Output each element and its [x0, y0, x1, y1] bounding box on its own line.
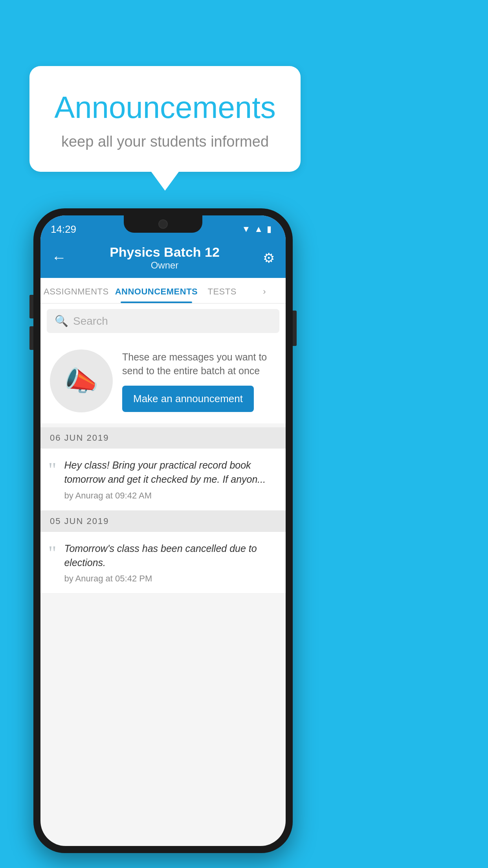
tab-more[interactable]: › — [243, 278, 286, 303]
announcement-item-1[interactable]: " Hey class! Bring your practical record… — [40, 449, 286, 511]
tab-bar: ASSIGNMENTS ANNOUNCEMENTS TESTS › — [40, 278, 286, 303]
cta-section: 📣 These are messages you want to send to… — [40, 338, 286, 423]
cta-right: These are messages you want to send to t… — [122, 350, 276, 412]
settings-button[interactable]: ⚙ — [263, 250, 275, 266]
phone-notch — [124, 215, 202, 233]
announcement-content-1: Hey class! Bring your practical record b… — [64, 458, 278, 501]
tab-assignments[interactable]: ASSIGNMENTS — [40, 278, 112, 303]
announcement-meta-1: by Anurag at 09:42 AM — [64, 491, 278, 501]
search-icon: 🔍 — [55, 314, 68, 327]
phone-device: 14:29 ▼ ▲ ▮ ← Physics Batch 12 Owner ⚙ — [33, 208, 293, 853]
speech-bubble: Announcements keep all your students inf… — [29, 66, 301, 172]
status-time: 14:29 — [51, 223, 76, 235]
make-announcement-button[interactable]: Make an announcement — [122, 386, 254, 412]
search-placeholder-text: Search — [73, 315, 108, 327]
back-button[interactable]: ← — [51, 249, 66, 266]
cta-description: These are messages you want to send to t… — [122, 350, 276, 378]
quote-icon-1: " — [48, 460, 56, 479]
date-divider-1: 06 JUN 2019 — [40, 427, 286, 449]
batch-role: Owner — [110, 260, 220, 271]
signal-icon: ▲ — [254, 224, 263, 234]
search-bar[interactable]: 🔍 Search — [47, 309, 279, 333]
announcement-item-2[interactable]: " Tomorrow's class has been cancelled du… — [40, 532, 286, 594]
power-button[interactable] — [293, 311, 297, 346]
megaphone-icon: 📣 — [64, 365, 99, 397]
search-container: 🔍 Search — [40, 303, 286, 338]
announcement-meta-2: by Anurag at 05:42 PM — [64, 574, 278, 584]
header-center: Physics Batch 12 Owner — [110, 245, 220, 271]
tab-tests[interactable]: TESTS — [201, 278, 243, 303]
battery-icon: ▮ — [267, 224, 272, 234]
phone-screen: 14:29 ▼ ▲ ▮ ← Physics Batch 12 Owner ⚙ — [40, 215, 286, 846]
volume-down-button[interactable] — [29, 326, 33, 350]
volume-up-button[interactable] — [29, 295, 33, 318]
announcement-text-1: Hey class! Bring your practical record b… — [64, 458, 278, 487]
announcement-text-2: Tomorrow's class has been cancelled due … — [64, 541, 278, 570]
wifi-icon: ▼ — [242, 224, 250, 234]
app-header: ← Physics Batch 12 Owner ⚙ — [40, 238, 286, 278]
speech-bubble-title: Announcements — [49, 90, 281, 125]
date-divider-2: 05 JUN 2019 — [40, 511, 286, 532]
front-camera — [158, 219, 168, 229]
speech-bubble-subtitle: keep all your students informed — [49, 133, 281, 150]
quote-icon-2: " — [48, 543, 56, 563]
status-icons: ▼ ▲ ▮ — [242, 224, 272, 234]
tab-announcements[interactable]: ANNOUNCEMENTS — [112, 278, 201, 303]
batch-title: Physics Batch 12 — [110, 245, 220, 260]
announcement-content-2: Tomorrow's class has been cancelled due … — [64, 541, 278, 584]
megaphone-circle: 📣 — [50, 349, 113, 412]
